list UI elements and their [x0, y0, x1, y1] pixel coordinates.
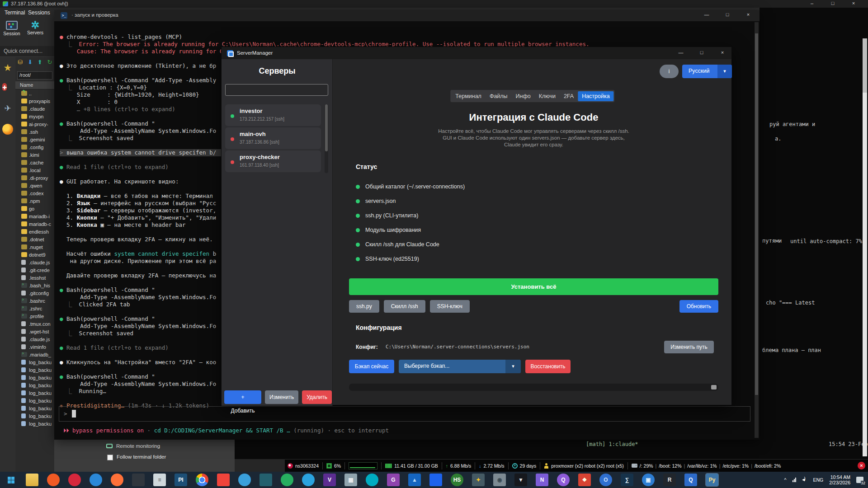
file-row[interactable]: mariadb-i — [15, 212, 54, 220]
file-row[interactable]: .profile — [15, 312, 54, 320]
refresh-icon[interactable]: ↻ — [46, 59, 54, 66]
volume-icon[interactable] — [802, 477, 807, 483]
taskbar-clock[interactable]: 10:54 AM 2/23/2026 — [829, 474, 850, 485]
file-row[interactable]: endlessh — [15, 228, 54, 235]
taskbar-icon-opera[interactable] — [68, 474, 81, 486]
taskbar-icon-chrome[interactable] — [196, 474, 208, 486]
file-row[interactable]: dotnet9 — [15, 251, 54, 258]
backup-now-button[interactable]: Бэкап сейчас — [349, 360, 394, 373]
taskbar-icon-docker[interactable] — [429, 474, 442, 486]
file-row[interactable]: .lesshst — [15, 274, 54, 282]
web-icon[interactable] — [2, 124, 13, 135]
server-search-input[interactable] — [225, 84, 328, 96]
component-button-SSH-ключ[interactable]: SSH-ключ — [430, 300, 470, 313]
terminal-minimize-button[interactable]: — — [700, 12, 713, 17]
file-row[interactable]: .npm — [15, 197, 54, 205]
taskbar-icon-photos-gray[interactable]: ▦ — [344, 474, 357, 486]
claude-input-box[interactable]: > — [59, 406, 750, 422]
info-button[interactable]: i — [660, 65, 679, 78]
edit-server-button[interactable]: Изменить — [265, 390, 298, 404]
taskbar-icon-anydesk[interactable] — [217, 474, 230, 486]
taskbar-icon-file-explorer[interactable] — [26, 474, 38, 486]
menu-sessions[interactable]: Sessions — [28, 9, 50, 16]
tab-Ключи[interactable]: Ключи — [535, 91, 560, 101]
file-row[interactable]: ai-proxy- — [15, 120, 54, 128]
file-row[interactable]: log_backu — [15, 374, 54, 381]
file-row[interactable]: .claude.js — [15, 258, 54, 266]
menu-terminal[interactable]: Terminal — [5, 9, 25, 16]
language-indicator[interactable]: ENG — [813, 477, 824, 483]
install-all-button[interactable]: Установить всё — [349, 278, 718, 295]
taskbar-icon-telegram[interactable] — [302, 474, 315, 486]
taskbar-icon-goland[interactable]: G — [387, 474, 400, 486]
minimize-button[interactable]: – — [805, 0, 819, 6]
taskbar-icon-photos-color[interactable]: ❖ — [578, 474, 591, 486]
tray-chevron-icon[interactable]: ^ — [784, 477, 787, 483]
tab-Инфо[interactable]: Инфо — [512, 91, 535, 101]
file-row[interactable]: .gitconfig — [15, 289, 54, 297]
file-row[interactable]: .bashrc — [15, 297, 54, 305]
taskbar-icon-camera[interactable]: ◉ — [493, 474, 506, 486]
server-item-investor[interactable]: investor173.212.212.157 [ssh] — [225, 104, 321, 126]
file-row[interactable]: mariadb-c — [15, 220, 54, 228]
file-row[interactable]: log_backu — [15, 397, 54, 404]
file-row[interactable]: .ssh — [15, 128, 54, 136]
file-row[interactable]: log_backu — [15, 381, 54, 389]
network-icon[interactable] — [793, 478, 796, 482]
file-row[interactable]: .qwen — [15, 182, 54, 189]
taskbar-icon-edge[interactable] — [90, 474, 102, 486]
tab-Настройка[interactable]: Настройка — [578, 91, 614, 101]
taskbar-icon-palette[interactable]: ✦ — [472, 474, 485, 486]
file-row[interactable]: .bash_his — [15, 282, 54, 289]
taskbar-icon-monitor[interactable]: ▣ — [642, 474, 655, 486]
file-row[interactable]: log_backu — [15, 366, 54, 374]
restore-button[interactable]: Восстановить — [525, 360, 571, 373]
file-row[interactable]: log_backu — [15, 412, 54, 420]
upload-icon[interactable]: ⬆ — [36, 59, 44, 66]
taskbar-icon-vanguard[interactable]: ▼ — [514, 474, 527, 486]
taskbar-icon-insiders[interactable]: O — [599, 474, 612, 486]
backup-select-dropdown[interactable]: Выберите бэкап... ▾ — [399, 360, 521, 373]
file-row[interactable]: log_backu — [15, 420, 54, 427]
server-item-main-ovh[interactable]: main-ovh37.187.136.86 [ssh] — [225, 127, 321, 149]
file-row[interactable]: .kimi — [15, 151, 54, 159]
delete-server-button[interactable]: Удалить — [302, 390, 332, 404]
follow-terminal-folder-checkbox[interactable] — [107, 455, 113, 460]
file-row[interactable]: .tmux.con — [15, 320, 54, 328]
file-row[interactable]: .gemini — [15, 136, 54, 143]
taskbar-icon-spotify[interactable] — [281, 474, 293, 486]
notifications-icon[interactable]: 32 — [856, 477, 863, 483]
servers-button[interactable]: ✲ Servers — [24, 21, 47, 35]
file-row[interactable]: .nuget — [15, 243, 54, 251]
terminal-scrollbar[interactable] — [755, 22, 759, 438]
taskbar-icon-brave[interactable] — [47, 474, 60, 486]
file-row[interactable]: proxyapis — [15, 97, 54, 105]
file-row[interactable]: .mariadb_ — [15, 351, 54, 358]
file-row[interactable]: log_backu — [15, 358, 54, 366]
file-row[interactable]: .di-proxy — [15, 174, 54, 182]
path-input[interactable]: /root/ — [17, 71, 52, 80]
component-button-Скилл /ssh[interactable]: Скилл /ssh — [384, 300, 425, 313]
sm-maximize-button[interactable]: □ — [695, 50, 708, 55]
file-row[interactable]: go — [15, 205, 54, 212]
file-row[interactable]: .codex — [15, 189, 54, 197]
file-row[interactable]: .local — [15, 166, 54, 174]
taskbar-icon-github-desktop[interactable] — [132, 474, 145, 486]
session-button[interactable]: Session — [0, 21, 24, 36]
file-row[interactable]: .claude.js — [15, 335, 54, 343]
taskbar-icon-obs[interactable] — [259, 474, 272, 486]
taskbar-icon-python-files[interactable]: Py — [706, 474, 718, 486]
taskbar-icon-r-studio[interactable]: R — [663, 474, 676, 486]
maximize-button[interactable]: □ — [826, 0, 840, 6]
terminal-close-button[interactable]: × — [741, 12, 755, 17]
file-row[interactable]: .claude — [15, 105, 54, 113]
send-icon[interactable]: ✈ — [2, 103, 13, 114]
remote-monitoring-label[interactable]: Remote monitoring — [116, 443, 160, 449]
quick-connect-input[interactable]: Quick connect... — [0, 46, 54, 57]
taskbar-icon-firefox[interactable] — [111, 474, 123, 486]
terminal-maximize-button[interactable]: □ — [721, 12, 734, 17]
tab-Терминал[interactable]: Терминал — [451, 91, 486, 101]
files-column-header[interactable]: Name — [15, 81, 54, 89]
terminal-tab-title[interactable]: · запуск и проверка — [71, 12, 118, 18]
mobaxterm-scrollbar[interactable] — [863, 38, 867, 456]
